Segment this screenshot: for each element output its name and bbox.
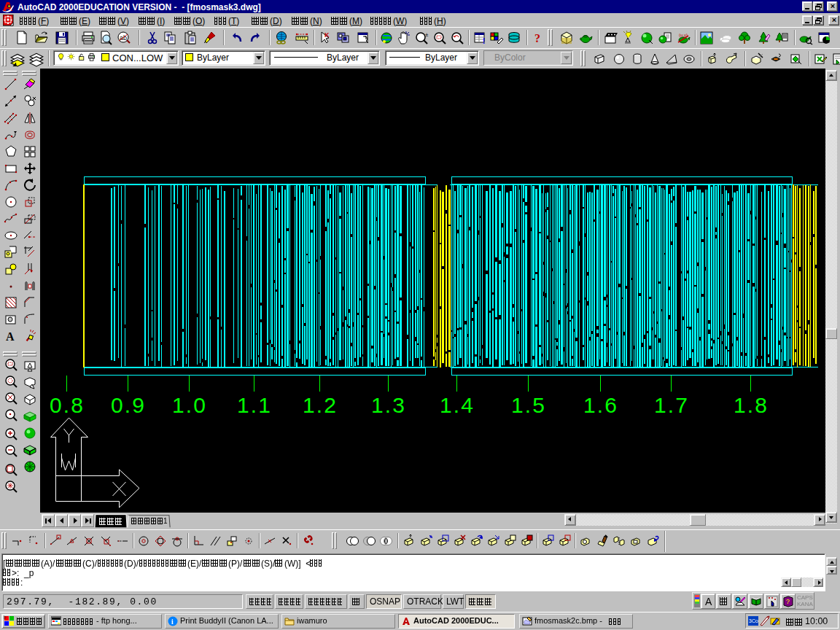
svg-text:1.5: 1.5 [511, 393, 545, 417]
svg-text:1.6: 1.6 [583, 393, 617, 417]
svg-text:?: ? [786, 598, 790, 605]
svg-text:1.1: 1.1 [237, 393, 271, 417]
svg-text:1.8: 1.8 [734, 393, 767, 417]
svg-text:1.2: 1.2 [303, 393, 336, 417]
svg-text:0.8: 0.8 [50, 393, 83, 417]
svg-text:1.7: 1.7 [654, 393, 688, 417]
svg-text:1.3: 1.3 [371, 393, 405, 417]
svg-text:0.9: 0.9 [111, 393, 144, 417]
svg-text:1.0: 1.0 [172, 393, 206, 417]
svg-text:1.4: 1.4 [440, 393, 473, 417]
svg-text:3Com: 3Com [749, 618, 758, 623]
svg-text:i: i [171, 618, 174, 626]
